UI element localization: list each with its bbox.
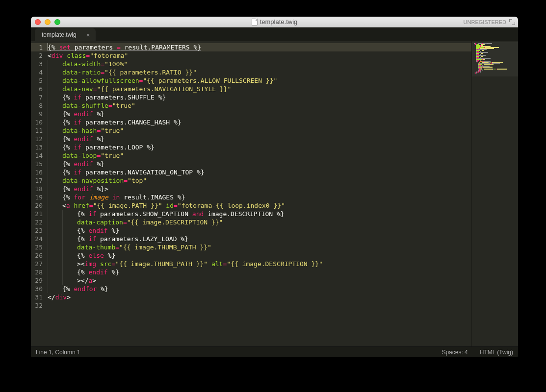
tab-bar: template.twig × [31,27,518,41]
traffic-lights [35,19,60,25]
minimize-window-button[interactable] [45,19,51,25]
file-icon [252,19,258,25]
zoom-window-button[interactable] [54,19,60,25]
cursor-position[interactable]: Line 1, Column 1 [36,349,80,356]
close-window-button[interactable] [35,19,41,25]
status-bar: Line 1, Column 1 Spaces: 4 HTML (Twig) [31,346,518,357]
syntax-setting[interactable]: HTML (Twig) [480,349,513,356]
window-title: template.twig [31,18,518,25]
titlebar: template.twig UNREGISTERED [31,17,518,27]
registration-label: UNREGISTERED [464,19,506,25]
tab-label: template.twig [42,31,77,38]
minimap[interactable] [471,41,518,346]
editor-area[interactable]: 1234567891011121314151617181920212223242… [31,41,518,346]
minimap-content [474,43,507,74]
editor-window: template.twig UNREGISTERED template.twig… [31,17,518,357]
line-number-gutter[interactable]: 1234567891011121314151617181920212223242… [31,41,48,346]
close-icon[interactable]: × [86,32,90,38]
expand-icon[interactable] [509,19,515,25]
code-content[interactable]: {% set parameters = result.PARAMETERS %}… [48,41,471,346]
window-title-text: template.twig [260,18,298,25]
tab-template-twig[interactable]: template.twig × [35,28,96,41]
indent-setting[interactable]: Spaces: 4 [442,349,468,356]
